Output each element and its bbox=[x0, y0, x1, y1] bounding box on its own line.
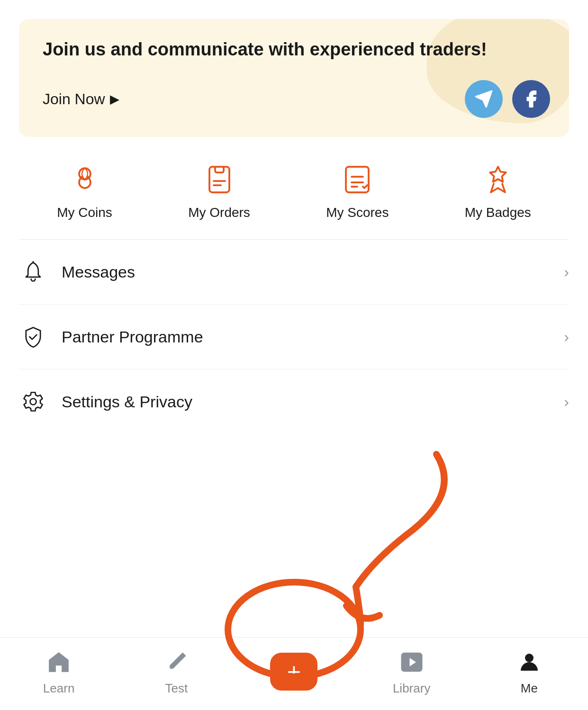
add-button[interactable]: + bbox=[270, 653, 317, 691]
join-now-arrow-icon: ▶ bbox=[110, 92, 119, 107]
coins-icon bbox=[66, 161, 104, 198]
partner-label: Partner Programme bbox=[62, 328, 564, 346]
settings-label: Settings & Privacy bbox=[62, 393, 564, 411]
nav-test[interactable]: Test bbox=[138, 647, 214, 696]
banner-title: Join us and communicate with experienced… bbox=[43, 38, 550, 61]
orders-label: My Orders bbox=[188, 205, 250, 220]
banner-bottom: Join Now ▶ bbox=[43, 80, 550, 118]
quick-action-coins[interactable]: My Coins bbox=[57, 161, 112, 220]
home-icon bbox=[44, 647, 74, 677]
nav-add[interactable]: + bbox=[256, 653, 332, 691]
join-now-button[interactable]: Join Now ▶ bbox=[43, 90, 119, 108]
plus-icon: + bbox=[287, 660, 301, 683]
quick-action-badges[interactable]: My Badges bbox=[465, 161, 531, 220]
quick-action-orders[interactable]: My Orders bbox=[188, 161, 250, 220]
facebook-button[interactable] bbox=[512, 80, 550, 118]
svg-rect-0 bbox=[209, 167, 229, 192]
facebook-icon bbox=[522, 90, 541, 108]
badges-icon bbox=[479, 161, 517, 198]
menu-item-messages[interactable]: Messages › bbox=[19, 240, 569, 305]
library-nav-label: Library bbox=[393, 681, 430, 696]
bell-icon bbox=[19, 258, 47, 286]
person-icon bbox=[514, 647, 544, 677]
quick-action-scores[interactable]: My Scores bbox=[326, 161, 389, 220]
messages-label: Messages bbox=[62, 263, 564, 281]
nav-learn[interactable]: Learn bbox=[21, 647, 97, 696]
nav-me[interactable]: Me bbox=[491, 647, 567, 696]
svg-rect-1 bbox=[346, 167, 369, 192]
promo-banner: Join us and communicate with experienced… bbox=[19, 19, 569, 137]
play-icon bbox=[397, 647, 427, 677]
scores-icon bbox=[338, 161, 376, 198]
quick-actions-grid: My Coins My Orders My Scores bbox=[0, 137, 588, 239]
badges-label: My Badges bbox=[465, 205, 531, 220]
me-nav-label: Me bbox=[521, 681, 538, 696]
menu-item-partner[interactable]: Partner Programme › bbox=[19, 305, 569, 369]
telegram-icon bbox=[474, 90, 493, 108]
settings-icon bbox=[19, 387, 47, 416]
menu-list: Messages › Partner Programme › Settings … bbox=[0, 240, 588, 434]
settings-chevron-icon: › bbox=[564, 393, 569, 411]
bottom-nav: Learn Test + Library Me bbox=[0, 637, 588, 710]
svg-point-4 bbox=[525, 654, 534, 662]
menu-item-settings[interactable]: Settings & Privacy › bbox=[19, 369, 569, 434]
learn-nav-label: Learn bbox=[43, 681, 75, 696]
nav-library[interactable]: Library bbox=[374, 647, 450, 696]
orders-icon bbox=[200, 161, 238, 198]
social-icons-group bbox=[465, 80, 550, 118]
shield-check-icon bbox=[19, 323, 47, 351]
scores-label: My Scores bbox=[326, 205, 389, 220]
telegram-button[interactable] bbox=[465, 80, 503, 118]
pencil-icon bbox=[161, 647, 191, 677]
test-nav-label: Test bbox=[165, 681, 188, 696]
messages-chevron-icon: › bbox=[564, 263, 569, 281]
partner-chevron-icon: › bbox=[564, 328, 569, 346]
coins-label: My Coins bbox=[57, 205, 112, 220]
